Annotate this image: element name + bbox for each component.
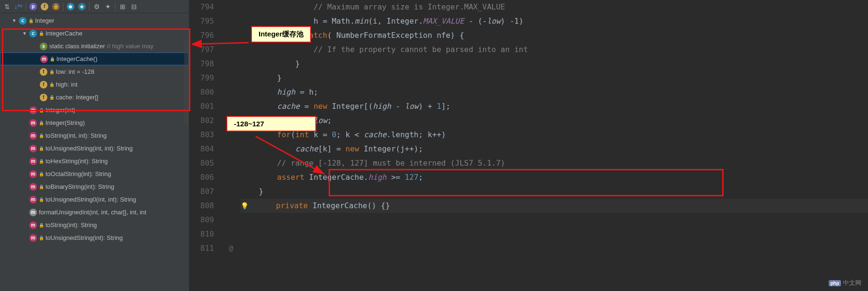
node-label: formatUnsignedInt(int, int, char[], int,… [39, 209, 146, 216]
line-number: 794 [189, 0, 214, 14]
lock-icon: 🔒 [39, 223, 44, 228]
line-number: 808 [189, 199, 214, 213]
bulb-icon[interactable]: 💡 [241, 202, 249, 210]
caret-icon [22, 184, 27, 190]
lock-icon: 🔒 [39, 236, 44, 240]
line-number: 807 [189, 185, 214, 199]
code-line[interactable]: cache = new Integer[(high - low) + 1]; [241, 99, 868, 114]
tree-item[interactable]: m🔒IntegerCache() [0, 53, 189, 65]
lock-icon: 🔒 [49, 95, 54, 100]
code-line[interactable]: 💡 private IntegerCache() {} [241, 199, 868, 213]
sort-az-icon[interactable]: ↓ᴬᶻ [13, 1, 24, 12]
node-type-icon: s [40, 43, 47, 50]
caret-icon [22, 235, 27, 241]
caret-icon [32, 82, 38, 88]
caret-icon [22, 159, 27, 164]
separator [89, 2, 89, 11]
line-number: 805 [189, 156, 214, 170]
code-line[interactable]: assert IntegerCache.high >= 127; [241, 170, 868, 185]
node-type-icon: m [29, 234, 37, 242]
line-number: 811 [189, 241, 214, 256]
node-label: static class initializer [49, 43, 105, 50]
tree-item[interactable]: mformatUnsignedInt(int, int, char[], int… [0, 206, 189, 219]
code-line[interactable]: h = Math.min(i, Integer.MAX_VALUE - (-lo… [241, 14, 868, 28]
lock-icon: 🔒 [50, 57, 54, 62]
line-number: 802 [189, 114, 214, 128]
tree-item[interactable]: sstatic class initializer // high value … [0, 40, 189, 53]
code-editor[interactable]: 7947957967977987998008018028038048058068… [189, 0, 868, 291]
tree-item[interactable]: m🔒toOctalString(int): String [0, 168, 189, 180]
caret-icon [22, 107, 27, 113]
code-line[interactable]: int j = low; [241, 114, 868, 128]
code-line[interactable]: cache[k] = new Integer(j++); [241, 142, 868, 156]
collapse-icon[interactable]: ⊟ [129, 1, 139, 12]
show-fields-icon[interactable]: f [39, 1, 50, 12]
line-number: 800 [189, 85, 214, 99]
node-label: Integer(String) [45, 119, 85, 126]
tree-item[interactable]: ▼c🔒IntegerCache [0, 27, 189, 40]
node-type-icon: m [29, 183, 37, 191]
line-number: 810 [189, 227, 214, 241]
tree-item[interactable]: m🔒toString(int): String [0, 219, 189, 231]
line-number: 804 [189, 142, 214, 156]
watermark-text: 中文网 [843, 279, 861, 287]
line-number: 797 [189, 43, 214, 57]
tree-item[interactable]: m🔒Integer(String) [0, 116, 189, 129]
code-area[interactable]: // Maximum array size is Integer.MAX_VAL… [241, 0, 868, 291]
show-properties-icon[interactable]: p [28, 1, 38, 12]
tree-item[interactable]: m🔒toString(int, int): String [0, 129, 189, 142]
node-type-icon: m [29, 132, 37, 140]
tree-item[interactable]: f🔒cache: Integer[] [0, 91, 189, 104]
line-number: 798 [189, 57, 214, 71]
code-line[interactable]: } [241, 71, 868, 85]
code-line[interactable]: } [241, 57, 868, 71]
caret-icon [32, 69, 38, 75]
code-line[interactable]: // Maximum array size is Integer.MAX_VAL… [241, 0, 868, 14]
tree-item[interactable]: f🔒low: int = -128 [0, 65, 189, 78]
node-type-icon: f [40, 94, 47, 101]
caret-icon[interactable]: ▼ [11, 18, 17, 24]
diamond2-icon[interactable]: ◆ [77, 1, 87, 12]
separator [63, 2, 63, 11]
show-nonpublic-icon[interactable]: 🔒 [51, 1, 61, 12]
code-line[interactable]: // If the property cannot be parsed into… [241, 43, 868, 57]
watermark: php 中文网 [829, 279, 861, 287]
tree-item[interactable]: f🔒high: int [0, 78, 189, 91]
code-line[interactable]: // range [-128, 127] must be interned (J… [241, 156, 868, 170]
node-type-icon: m [29, 221, 37, 229]
node-type-icon: c [19, 17, 27, 25]
tree-item[interactable]: m🔒toUnsignedString(int, int): String [0, 142, 189, 155]
tree-item[interactable]: m🔒toHexString(int): String [0, 155, 189, 168]
scrollbar[interactable] [184, 40, 189, 125]
tree-item[interactable]: m🔒Integer(int) [0, 104, 189, 116]
lock-icon: 🔒 [39, 121, 44, 125]
node-label: toOctalString(int): String [45, 170, 111, 177]
node-type-icon: f [40, 81, 47, 88]
tree-item[interactable]: m🔒toUnsignedString0(int, int): String [0, 193, 189, 206]
lock-icon: 🔒 [39, 108, 44, 113]
code-line[interactable]: high = h; [241, 85, 868, 99]
callout-integer-cache: Integer缓存池 [251, 26, 311, 43]
node-type-icon: m [29, 119, 37, 127]
node-label: toUnsignedString(int, int): String [45, 145, 133, 152]
at-icon: @ [229, 241, 233, 256]
tree-item[interactable]: m🔒toBinaryString(int): String [0, 180, 189, 193]
caret-icon[interactable]: ▼ [22, 31, 27, 36]
tree-item[interactable]: m🔒toUnsignedString(int): String [0, 231, 189, 244]
gear-icon[interactable]: ⚙ [91, 1, 102, 12]
structure-tree[interactable]: ▼c🔒Integer▼c🔒IntegerCachesstatic class i… [0, 13, 189, 291]
sort-icon[interactable]: ⇅ [2, 1, 12, 12]
caret-icon [22, 171, 27, 177]
code-line[interactable]: } [241, 185, 868, 199]
tree-item[interactable]: ▼c🔒Integer [0, 14, 189, 27]
lock-icon: 🔒 [28, 18, 33, 23]
expand-icon[interactable]: ⊞ [117, 1, 128, 12]
code-line[interactable]: } catch( NumberFormatException nfe) { [241, 28, 868, 43]
caret-icon [32, 95, 38, 100]
star-icon[interactable]: ✦ [103, 1, 113, 12]
node-label: toUnsignedString0(int, int): String [45, 196, 136, 203]
lock-icon: 🔒 [49, 70, 54, 74]
code-line[interactable]: for(int k = 0; k < cache.length; k++) [241, 128, 868, 142]
diamond-icon[interactable]: ◆ [65, 1, 76, 12]
node-label: IntegerCache [45, 30, 82, 37]
